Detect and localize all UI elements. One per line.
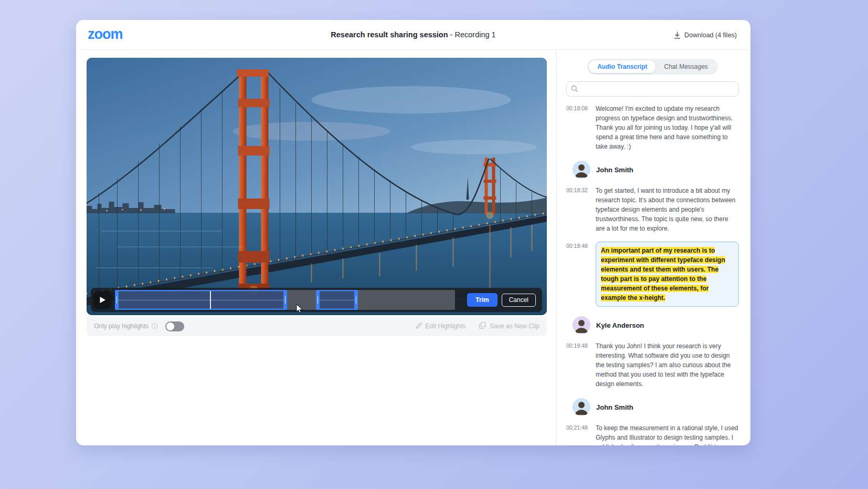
save-clip-icon xyxy=(479,322,486,330)
search-icon xyxy=(571,85,578,95)
trim-toolbar: Trim Cancel xyxy=(91,288,542,312)
play-button[interactable] xyxy=(93,291,111,309)
video-frame-golden-gate-bridge xyxy=(87,58,547,315)
session-title: Research result sharing session xyxy=(331,30,448,39)
play-icon xyxy=(99,296,106,304)
avatar xyxy=(573,161,590,179)
highlighted-text: An important part of my research is to e… xyxy=(601,247,725,301)
message-text: An important part of my research is to e… xyxy=(596,242,739,307)
transcript-message[interactable]: 00:21:48To keep the measurement in a rat… xyxy=(566,423,739,445)
pencil-icon xyxy=(416,322,422,330)
video-player[interactable]: Trim Cancel xyxy=(87,58,547,315)
toggle-knob xyxy=(166,322,174,330)
page-title: Research result sharing session - Record… xyxy=(76,30,750,39)
download-button[interactable]: Download (4 files) xyxy=(674,20,737,50)
segment-handle-right[interactable] xyxy=(354,290,358,310)
speaker-row: Kyle Anderson xyxy=(573,316,739,334)
page-background: { "app": { "logo_text": "zoom" }, "heade… xyxy=(0,0,868,489)
highlights-bar: Only play highlights ⓘ Edit Highlights xyxy=(87,316,547,336)
person-icon xyxy=(573,161,590,179)
video-column: Trim Cancel Only play highlights ⓘ xyxy=(76,50,556,445)
save-as-new-clip-button[interactable]: Save as New Clip xyxy=(479,322,539,330)
transcript-search xyxy=(566,81,739,97)
edit-highlights-label: Edit Highlights xyxy=(426,322,466,330)
message-text: To keep the measurement in a rational st… xyxy=(596,423,739,445)
recording-label: - Recording 1 xyxy=(448,30,496,39)
person-icon xyxy=(573,316,590,334)
trim-button[interactable]: Trim xyxy=(467,293,497,307)
timestamp: 00:19:48 xyxy=(566,341,590,389)
header: zoom Research result sharing session - R… xyxy=(76,20,750,50)
speaker-name: Kyle Anderson xyxy=(596,321,644,329)
info-icon: ⓘ xyxy=(152,322,158,331)
speaker-name: John Smith xyxy=(596,166,633,174)
avatar xyxy=(573,316,590,334)
speaker-row: John Smith xyxy=(573,398,739,416)
speaker-name: John Smith xyxy=(596,403,633,411)
transcript-message[interactable]: 00:18:08Welcome! I'm excited to update m… xyxy=(566,104,739,151)
message-text: Welcome! I'm excited to update my resear… xyxy=(596,104,739,151)
timestamp: 00:18:08 xyxy=(566,104,590,151)
transcript-message[interactable]: 00:19:48Thank you John! I think your res… xyxy=(566,341,739,389)
trim-timeline[interactable] xyxy=(115,290,455,310)
playhead[interactable] xyxy=(210,291,211,309)
search-input[interactable] xyxy=(566,81,739,97)
transcript-list: 00:18:08Welcome! I'm excited to update m… xyxy=(566,104,739,445)
trim-segment[interactable] xyxy=(118,290,284,310)
segment-filmstrip xyxy=(319,300,355,300)
timestamp: 00:21:48 xyxy=(566,423,590,445)
transcript-message[interactable]: 00:18:48An important part of my research… xyxy=(566,242,739,307)
transcript-message[interactable]: 00:18:32To get started, I want to introd… xyxy=(566,186,739,233)
segment-filmstrip xyxy=(118,300,284,300)
tab-chat-messages[interactable]: Chat Messages xyxy=(655,60,716,73)
tab-audio-transcript[interactable]: Audio Transcript xyxy=(589,60,655,73)
speaker-row: John Smith xyxy=(573,161,739,179)
segment-handle-right[interactable] xyxy=(283,290,287,310)
recording-window: zoom Research result sharing session - R… xyxy=(76,20,750,445)
only-play-highlights-toggle[interactable] xyxy=(165,321,184,331)
person-icon xyxy=(573,398,590,416)
message-text: To get started, I want to introduce a bi… xyxy=(596,186,739,233)
avatar xyxy=(573,398,590,416)
timestamp: 00:18:48 xyxy=(566,242,590,307)
trim-segment[interactable] xyxy=(319,290,355,310)
save-as-new-clip-label: Save as New Clip xyxy=(490,322,539,330)
timestamp: 00:18:32 xyxy=(566,186,590,233)
edit-highlights-button[interactable]: Edit Highlights xyxy=(416,322,466,330)
cancel-button[interactable]: Cancel xyxy=(502,294,536,307)
transcript-sidebar: Audio Transcript Chat Messages 00:18:08W… xyxy=(556,50,750,445)
message-text: Thank you John! I think your research is… xyxy=(596,341,739,389)
download-icon xyxy=(674,32,681,39)
download-label: Download (4 files) xyxy=(684,32,737,39)
sidebar-tabs: Audio Transcript Chat Messages xyxy=(587,59,718,75)
only-play-highlights-label: Only play highlights xyxy=(94,322,149,330)
